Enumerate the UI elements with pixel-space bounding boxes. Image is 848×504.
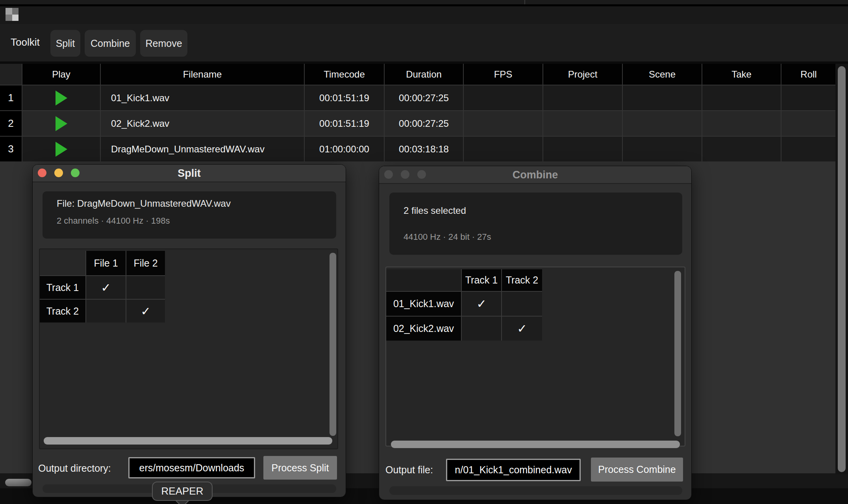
split-matrix-horizontal-scrollbar-thumb[interactable]: [44, 437, 332, 445]
play-button-cell[interactable]: [22, 111, 100, 136]
combine-output-file-label: Output file:: [385, 464, 433, 476]
combine-matrix-horizontal-scrollbar-thumb[interactable]: [391, 441, 680, 448]
file-table: Play Filename Timecode Duration FPS Proj…: [0, 64, 836, 161]
row-number: 2: [0, 111, 22, 136]
fps-cell: [464, 111, 542, 136]
window-proxy-icon: [6, 8, 19, 21]
combine-dialog: Combine 2 files selected 44100 Hz · 24 b…: [379, 166, 692, 500]
main-horizontal-scrollbar-thumb[interactable]: [5, 479, 31, 486]
split-dialog-title: Split: [33, 167, 346, 180]
split-file-info: File: DragMeDown_UnmasteredWAV.wav: [57, 198, 231, 209]
column-header-take[interactable]: Take: [702, 64, 781, 85]
split-routing-matrix: File 1 File 2 Track 1 ✓ Track 2 ✓: [40, 251, 165, 322]
take-cell: [702, 137, 781, 161]
split-matrix-scroll-area: File 1 File 2 Track 1 ✓ Track 2 ✓: [39, 248, 338, 449]
column-header-filename[interactable]: Filename: [101, 64, 304, 85]
roll-cell: [781, 85, 836, 110]
combine-toolbar-button[interactable]: Combine: [85, 30, 136, 57]
project-cell: [543, 137, 622, 161]
matrix-checkbox-cell[interactable]: [502, 292, 542, 316]
combine-dialog-titlebar[interactable]: Combine: [379, 166, 691, 184]
background-window-strip: [0, 0, 848, 4]
roll-cell: [781, 137, 836, 161]
process-split-button[interactable]: Process Split: [263, 456, 337, 480]
column-header-scene[interactable]: Scene: [623, 64, 702, 85]
combine-file-info-panel: 2 files selected 44100 Hz · 24 bit · 27s: [389, 193, 682, 255]
split-matrix-vertical-scrollbar-thumb[interactable]: [330, 253, 336, 436]
combine-output-file-input[interactable]: [446, 459, 581, 481]
matrix-checkbox-cell[interactable]: ✓: [126, 300, 165, 322]
main-vertical-scrollbar-thumb[interactable]: [838, 66, 846, 472]
filename-cell[interactable]: 02_Kick2.wav: [101, 111, 304, 136]
matrix-corner-cell: [386, 269, 461, 291]
toolkit-label: Toolkit: [11, 36, 40, 48]
project-cell: [543, 111, 622, 136]
matrix-row-header: 02_Kick2.wav: [386, 317, 461, 341]
column-header-play[interactable]: Play: [22, 64, 100, 85]
matrix-col-header: File 2: [126, 251, 165, 275]
remove-toolbar-button[interactable]: Remove: [140, 30, 187, 57]
background-window-divider: [524, 0, 525, 4]
matrix-row-header: Track 2: [40, 300, 85, 322]
column-header-timecode[interactable]: Timecode: [305, 64, 384, 85]
roll-cell: [781, 111, 836, 136]
matrix-checkbox-cell[interactable]: ✓: [86, 276, 126, 299]
split-output-directory-input[interactable]: [128, 457, 255, 478]
filename-cell[interactable]: DragMeDown_UnmasteredWAV.wav: [101, 137, 304, 161]
main-window-titlebar: [0, 6, 848, 24]
matrix-checkbox-cell[interactable]: ✓: [462, 292, 501, 316]
split-file-meta: 2 channels · 44100 Hz · 198s: [57, 216, 170, 226]
timecode-cell[interactable]: 01:00:00:00: [305, 137, 384, 161]
matrix-checkbox-cell[interactable]: [126, 276, 165, 299]
matrix-col-header: Track 2: [502, 269, 542, 291]
filename-cell[interactable]: 01_Kick1.wav: [101, 85, 304, 110]
matrix-corner-cell: [40, 251, 85, 275]
table-corner-cell: [0, 64, 22, 85]
split-dialog: Split File: DragMeDown_UnmasteredWAV.wav…: [32, 164, 346, 497]
play-icon[interactable]: [56, 142, 67, 157]
combine-matrix-vertical-scrollbar-thumb[interactable]: [674, 271, 681, 436]
fps-cell: [464, 85, 542, 110]
combine-routing-matrix: Track 1 Track 2 01_Kick1.wav ✓ 02_Kick2.…: [386, 269, 542, 341]
fps-cell: [464, 137, 542, 161]
take-cell: [702, 85, 781, 110]
split-toolbar-button[interactable]: Split: [50, 30, 80, 57]
combine-dialog-title: Combine: [379, 169, 691, 181]
project-cell: [543, 85, 622, 110]
timecode-cell[interactable]: 00:01:51:19: [305, 111, 384, 136]
scene-cell: [623, 137, 702, 161]
column-header-project[interactable]: Project: [543, 64, 622, 85]
combine-dialog-scrollbar-track[interactable]: [389, 486, 682, 495]
process-combine-button[interactable]: Process Combine: [591, 458, 683, 482]
duration-cell[interactable]: 00:00:27:25: [385, 85, 463, 110]
split-dialog-titlebar[interactable]: Split: [33, 165, 346, 182]
dock-tooltip: REAPER: [152, 482, 213, 501]
column-header-fps[interactable]: FPS: [464, 64, 542, 85]
play-icon[interactable]: [56, 116, 67, 131]
matrix-checkbox-cell[interactable]: ✓: [502, 317, 542, 341]
combine-matrix-scroll-area: Track 1 Track 2 01_Kick1.wav ✓ 02_Kick2.…: [385, 267, 685, 447]
play-button-cell[interactable]: [22, 137, 100, 161]
play-button-cell[interactable]: [22, 85, 100, 110]
dock-tooltip-label: REAPER: [161, 485, 204, 497]
combine-file-meta: 44100 Hz · 24 bit · 27s: [404, 232, 491, 242]
scene-cell: [623, 111, 702, 136]
matrix-col-header: File 1: [86, 251, 126, 275]
split-file-info-panel: File: DragMeDown_UnmasteredWAV.wav 2 cha…: [43, 191, 336, 239]
row-number: 3: [0, 137, 22, 161]
matrix-checkbox-cell[interactable]: [86, 300, 126, 322]
duration-cell[interactable]: 00:00:27:25: [385, 111, 463, 136]
take-cell: [702, 111, 781, 136]
play-icon[interactable]: [56, 91, 67, 106]
duration-cell[interactable]: 00:03:18:18: [385, 137, 463, 161]
column-header-roll[interactable]: Roll: [781, 64, 836, 85]
matrix-row-header: Track 1: [40, 276, 85, 299]
column-header-duration[interactable]: Duration: [385, 64, 463, 85]
scene-cell: [623, 85, 702, 110]
timecode-cell[interactable]: 00:01:51:19: [305, 85, 384, 110]
row-number: 1: [0, 85, 22, 110]
combine-files-selected: 2 files selected: [404, 205, 466, 216]
matrix-row-header: 01_Kick1.wav: [386, 292, 461, 316]
matrix-col-header: Track 1: [462, 269, 501, 291]
matrix-checkbox-cell[interactable]: [462, 317, 501, 341]
